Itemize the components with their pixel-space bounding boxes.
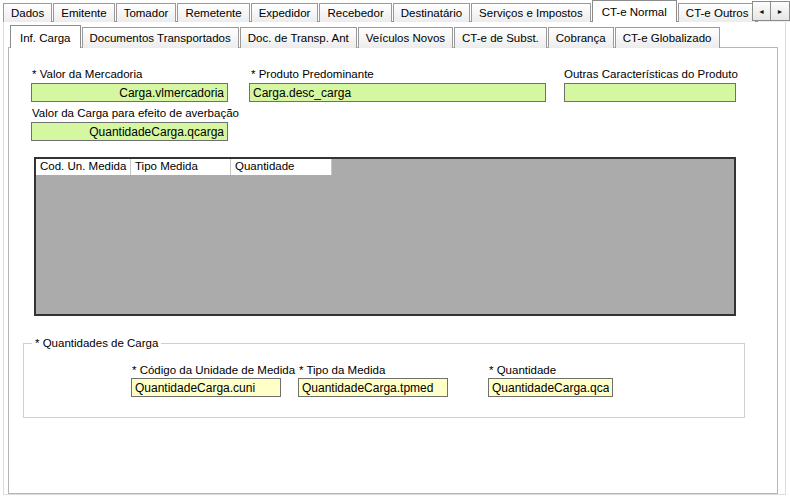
codigo-unidade-input[interactable]	[131, 378, 281, 397]
tab-documentos-transportados[interactable]: Documentos Transportados	[82, 27, 239, 48]
sub-tab-bar: Inf. Carga Documentos Transportados Doc.…	[10, 25, 778, 48]
quantidade-label: * Quantidade	[489, 364, 556, 376]
quantidades-carga-grid[interactable]: Cod. Un. Medida Tipo Medida Quantidade	[34, 157, 736, 316]
scroll-left-icon: ◄	[758, 8, 765, 15]
tab-scroll-buttons: ◄ ►	[752, 1, 790, 21]
grid-header-row: Cod. Un. Medida Tipo Medida Quantidade	[36, 159, 734, 175]
scroll-right-icon: ►	[777, 8, 784, 15]
valor-mercadoria-label: * Valor da Mercadoria	[32, 68, 142, 80]
tab-cte-normal[interactable]: CT-e Normal	[592, 0, 677, 22]
tab-scroll-right-button[interactable]: ►	[771, 1, 790, 21]
grid-col-quantidade[interactable]: Quantidade	[231, 159, 332, 175]
codigo-unidade-label: * Código da Unidade de Medida	[132, 364, 295, 376]
tipo-medida-input[interactable]	[298, 378, 448, 397]
cte-editor-window: Dados Emitente Tomador Remetente Expedid…	[0, 0, 790, 497]
valor-averbacao-label: Valor da Carga para efeito de averbação	[32, 107, 239, 119]
tab-remetente[interactable]: Remetente	[177, 3, 249, 22]
outras-caracteristicas-input[interactable]	[564, 83, 736, 102]
tab-veiculos-novos[interactable]: Veículos Novos	[358, 27, 453, 48]
produto-predominante-input[interactable]	[249, 83, 546, 102]
tab-tomador[interactable]: Tomador	[116, 3, 177, 22]
valor-averbacao-input[interactable]	[31, 122, 228, 141]
grid-col-cod-un-medida[interactable]: Cod. Un. Medida	[36, 159, 131, 175]
valor-mercadoria-input[interactable]	[31, 83, 228, 102]
grid-col-tipo-medida[interactable]: Tipo Medida	[131, 159, 231, 175]
tipo-medida-label: * Tipo da Medida	[299, 364, 385, 376]
tab-cte-subst[interactable]: CT-e de Subst.	[454, 27, 547, 48]
tab-emitente[interactable]: Emitente	[53, 3, 114, 22]
quantidade-input[interactable]	[488, 378, 613, 397]
produto-predominante-label: * Produto Predominante	[251, 68, 374, 80]
tab-dados[interactable]: Dados	[3, 3, 52, 22]
tab-cte-outros[interactable]: CT-e Outros	[678, 3, 757, 22]
quantidades-carga-group-title: * Quantidades de Carga	[32, 337, 161, 349]
inf-carga-page: * Valor da Mercadoria * Produto Predomin…	[8, 47, 778, 494]
tab-doc-transp-ant[interactable]: Doc. de Transp. Ant	[240, 27, 357, 48]
outras-caracteristicas-label: Outras Características do Produto	[564, 68, 738, 80]
tab-inf-carga[interactable]: Inf. Carga	[10, 25, 81, 48]
tab-cobranca[interactable]: Cobrança	[548, 27, 614, 48]
tab-scroll-left-button[interactable]: ◄	[752, 1, 771, 21]
tab-expedidor[interactable]: Expedidor	[251, 3, 319, 22]
tab-destinatario[interactable]: Destinatário	[393, 3, 470, 22]
tab-cte-globalizado[interactable]: CT-e Globalizado	[615, 27, 720, 48]
main-tab-bar: Dados Emitente Tomador Remetente Expedid…	[3, 0, 790, 22]
tab-recebedor[interactable]: Recebedor	[319, 3, 391, 22]
tab-servicos-impostos[interactable]: Serviços e Impostos	[471, 3, 591, 22]
